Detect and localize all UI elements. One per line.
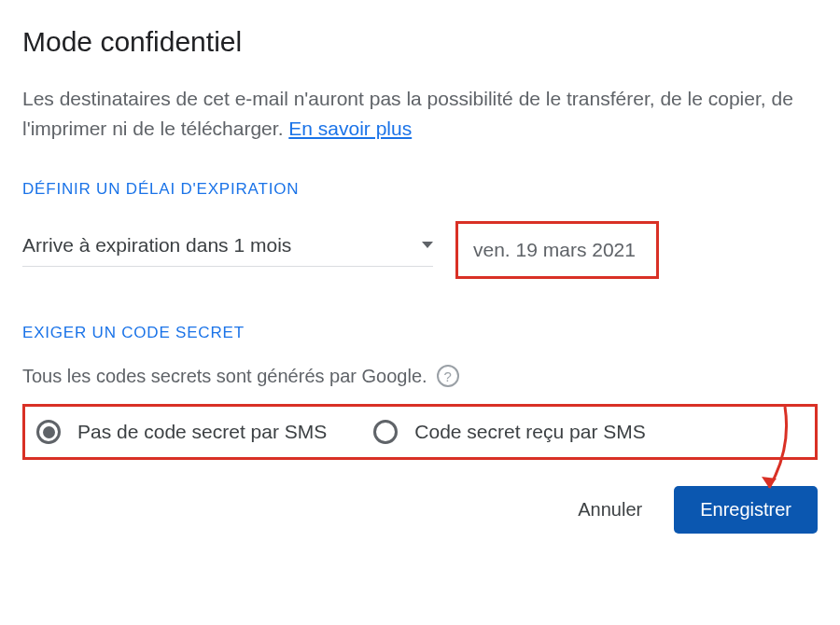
expiration-dropdown-value: Arrive à expiration dans 1 mois: [22, 234, 291, 257]
radio-no-sms-passcode[interactable]: Pas de code secret par SMS: [36, 420, 327, 444]
save-button[interactable]: Enregistrer: [674, 486, 818, 534]
passcode-radio-group: Pas de code secret par SMS Code secret r…: [22, 404, 818, 460]
radio-label: Code secret reçu par SMS: [414, 421, 645, 443]
radio-icon: [373, 420, 398, 444]
dialog-description: Les destinataires de cet e-mail n'auront…: [22, 84, 818, 143]
radio-sms-passcode[interactable]: Code secret reçu par SMS: [373, 420, 645, 444]
passcode-subtext-row: Tous les codes secrets sont générés par …: [22, 365, 818, 387]
learn-more-link[interactable]: En savoir plus: [288, 118, 412, 139]
radio-icon: [36, 420, 61, 444]
expiration-dropdown[interactable]: Arrive à expiration dans 1 mois: [22, 234, 433, 267]
cancel-button[interactable]: Annuler: [570, 490, 650, 530]
passcode-subtext: Tous les codes secrets sont générés par …: [22, 366, 427, 387]
radio-label: Pas de code secret par SMS: [77, 421, 327, 443]
expiration-date-display: ven. 19 mars 2021: [455, 221, 659, 279]
chevron-down-icon: [422, 242, 433, 248]
dialog-button-row: Annuler Enregistrer: [22, 486, 818, 534]
dialog-title: Mode confidentiel: [22, 26, 818, 58]
expiration-row: Arrive à expiration dans 1 mois ven. 19 …: [22, 221, 818, 279]
expiration-section-label: DÉFINIR UN DÉLAI D'EXPIRATION: [22, 180, 818, 199]
passcode-section-label: EXIGER UN CODE SECRET: [22, 324, 818, 342]
help-icon[interactable]: ?: [437, 365, 459, 387]
